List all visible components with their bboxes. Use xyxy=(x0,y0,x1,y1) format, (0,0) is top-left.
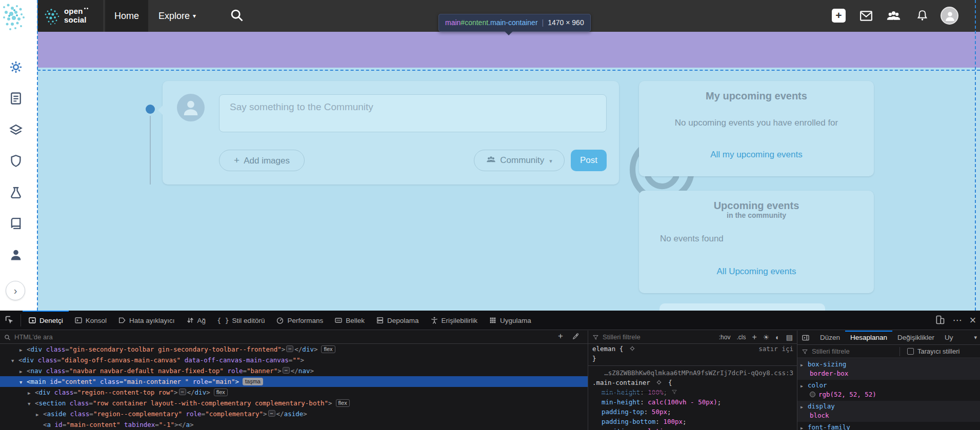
nav-explore[interactable]: Explore▾ xyxy=(149,0,205,32)
devtools-tab-konsol[interactable]: Konsol xyxy=(69,311,112,330)
markup-row[interactable]: ▼<section class="row container layout--w… xyxy=(0,398,588,408)
markup-row[interactable]: ▶<aside class="region--complementary" ro… xyxy=(0,408,588,419)
meatball-menu-icon[interactable]: ⋯ xyxy=(952,315,963,326)
color-swatch[interactable] xyxy=(810,392,815,397)
markup-row[interactable]: ▶<div class="gin-secondary-toolbar gin-s… xyxy=(0,344,588,355)
add-content-icon[interactable]: + xyxy=(832,9,846,23)
class-toggle[interactable]: .cls xyxy=(736,334,746,341)
expander-icon[interactable]: ▼ xyxy=(11,356,18,366)
bell-icon[interactable] xyxy=(916,9,929,22)
add-rule-icon[interactable]: + xyxy=(752,333,756,342)
css-declaration[interactable]: padding-top: 50px; xyxy=(588,407,797,417)
computed-property-row[interactable]: ▶colorrgb(52, 52, 52) xyxy=(797,380,980,401)
navbar-logo[interactable]: open social xyxy=(37,0,103,32)
flex-badge[interactable]: flex xyxy=(321,345,335,353)
computed-property-row[interactable]: ▶box-sizingborder-box xyxy=(797,359,980,380)
computed-property-row[interactable]: ▶displayblock xyxy=(797,401,980,422)
css-declaration[interactable]: min-height: 100%; xyxy=(588,387,797,397)
element-picker-icon[interactable] xyxy=(4,315,15,326)
all-my-upcoming-events-link[interactable]: All my upcoming events xyxy=(639,150,874,160)
responsive-mode-icon[interactable] xyxy=(934,315,946,326)
expander-icon[interactable]: ▼ xyxy=(19,377,27,388)
flask-icon[interactable] xyxy=(9,186,23,200)
people-icon[interactable] xyxy=(886,9,901,24)
inline-content-ellipsis[interactable]: ⋯ xyxy=(283,367,290,374)
expander-icon[interactable]: ▶ xyxy=(36,409,43,420)
dark-theme-icon[interactable]: ◐ xyxy=(775,333,779,341)
browser-styles-checkbox[interactable] xyxy=(907,348,914,355)
computed-property-row[interactable]: ▶font-family xyxy=(797,422,980,430)
nav-home[interactable]: Home xyxy=(105,0,148,32)
print-media-icon[interactable]: ▤ xyxy=(786,333,793,341)
memory-tab-icon xyxy=(334,316,343,324)
expander-icon[interactable]: ▶ xyxy=(19,366,27,377)
devtools-tab-bellek[interactable]: Bellek xyxy=(329,311,370,330)
person-icon[interactable] xyxy=(9,248,23,262)
add-node-icon[interactable]: + xyxy=(558,331,563,341)
gear-icon[interactable] xyxy=(9,60,23,74)
all-upcoming-events-link[interactable]: All Upcoming events xyxy=(639,267,874,277)
expander-icon[interactable]: ▶ xyxy=(801,403,808,412)
computed-filter-input[interactable]: Stilleri filtrele xyxy=(812,347,850,355)
flex-badge[interactable]: flex xyxy=(336,399,350,407)
sidebar-toggle-icon[interactable] xyxy=(802,334,810,342)
light-theme-icon[interactable]: ☀ xyxy=(763,333,770,341)
markup-row[interactable]: <a id="main-content" tabindex="-1"></a> xyxy=(0,419,588,430)
devtools-tab-performans[interactable]: Performans xyxy=(270,311,329,330)
flex-badge[interactable]: flex xyxy=(214,388,228,396)
devtools-tab-stil-edit-r-[interactable]: { }Stil editörü xyxy=(211,311,270,330)
markup-search-input[interactable]: HTML'de ara xyxy=(14,333,53,341)
inline-content-ellipsis[interactable]: ⋯ xyxy=(268,410,275,417)
element-rule-selector[interactable]: eleman { satır içi xyxy=(588,344,797,354)
close-icon[interactable]: × xyxy=(967,315,978,326)
devtools-tab-depolama[interactable]: Depolama xyxy=(370,311,425,330)
target-icon[interactable] xyxy=(656,378,662,384)
content-icon[interactable] xyxy=(9,91,23,106)
expander-icon[interactable]: ▶ xyxy=(801,424,808,430)
devtools-tab-a-[interactable]: Ağ xyxy=(181,311,212,330)
css-declaration[interactable]: min-height: calc(100vh - 50px); xyxy=(588,397,797,407)
sidebar-tab-d-zen[interactable]: Düzen xyxy=(815,331,845,345)
devtools-tab-hata-ay-klay-c-[interactable]: Hata ayıklayıcı xyxy=(112,311,181,330)
markup-row[interactable]: ▼<main id="content" class="main-containe… xyxy=(0,376,588,387)
mail-icon[interactable] xyxy=(859,9,873,23)
sidebar-tab-uy[interactable]: Uy xyxy=(939,331,958,345)
rules-filter-input[interactable]: Stilleri filtrele xyxy=(603,333,641,341)
post-button[interactable]: Post xyxy=(571,150,607,171)
css-declaration[interactable]: position: relative; xyxy=(588,426,797,430)
overflow-badge[interactable]: taşma xyxy=(243,378,263,385)
expander-icon[interactable]: ▶ xyxy=(801,361,808,370)
sidebar-tab-hesaplanan[interactable]: Hesaplanan xyxy=(845,331,892,345)
devtools-tab-denet-i[interactable]: Denetçi xyxy=(23,311,69,330)
stylesheet-location-link[interactable]: …sZ8ZWBBhKw0qlmkaa6tMPnA9fsWZrIj7dcPi-qQ… xyxy=(588,368,797,378)
audience-dropdown[interactable]: Community▾ xyxy=(474,150,565,171)
search-icon[interactable] xyxy=(230,8,244,23)
css-declaration[interactable]: padding-bottom: 100px; xyxy=(588,417,797,426)
target-icon[interactable] xyxy=(629,344,635,351)
sidebar-tab-de-i-iklikler[interactable]: Değişiklikler xyxy=(892,331,939,345)
inline-content-ellipsis[interactable]: ⋯ xyxy=(286,345,293,352)
devtools-tab-uygulama[interactable]: Uygulama xyxy=(483,311,537,330)
expander-icon[interactable]: ▶ xyxy=(801,382,808,391)
devtools-tab-eri-ilebilirlik[interactable]: Erişilebilirlik xyxy=(425,311,484,330)
emoji-icon[interactable] xyxy=(585,131,599,145)
add-images-button[interactable]: +Add images xyxy=(219,150,305,171)
inline-content-ellipsis[interactable]: ⋯ xyxy=(179,388,186,395)
expander-icon[interactable]: ▶ xyxy=(28,388,35,399)
post-input[interactable]: Say something to the Community xyxy=(219,94,607,132)
markup-row[interactable]: ▶<div class="region--content-top row">⋯<… xyxy=(0,387,588,398)
pseudo-class-toggle[interactable]: :hov xyxy=(719,334,731,341)
expander-icon[interactable]: ▼ xyxy=(28,399,35,409)
expander-icon[interactable]: ▶ xyxy=(19,345,27,356)
book-icon[interactable] xyxy=(9,216,23,231)
markup-row[interactable]: ▼<div class="dialog-off-canvas-main-canv… xyxy=(0,355,588,365)
eyedropper-icon[interactable] xyxy=(572,333,579,340)
shield-icon[interactable] xyxy=(9,154,23,168)
layers-icon[interactable] xyxy=(9,123,23,137)
main-container-rule-selector[interactable]: .main-container { xyxy=(588,378,797,387)
sidebar-expand-button[interactable]: › xyxy=(6,281,25,300)
avatar[interactable] xyxy=(941,7,958,25)
all-tabs-caret-icon[interactable]: ▾ xyxy=(974,334,977,341)
markup-token: > xyxy=(174,388,178,396)
markup-row[interactable]: ▶<nav class="navbar navbar-default navba… xyxy=(0,365,588,376)
